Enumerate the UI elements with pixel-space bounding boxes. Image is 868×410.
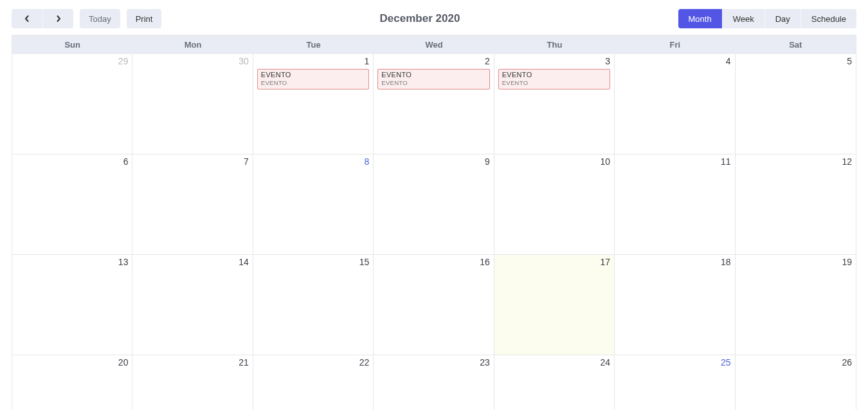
week-row: 13141516171819 bbox=[12, 255, 856, 355]
view-schedule[interactable]: Schedule bbox=[800, 9, 856, 28]
day-number: 2 bbox=[377, 56, 489, 66]
day-cell[interactable]: 15 bbox=[253, 255, 374, 355]
day-number: 20 bbox=[16, 357, 128, 368]
weeks-container: 29301EVENTOEVENTO2EVENTOEVENTO3EVENTOEVE… bbox=[12, 54, 856, 410]
event-subtitle: EVENTO bbox=[261, 79, 365, 86]
day-number: 18 bbox=[619, 257, 730, 267]
day-cell[interactable]: 30 bbox=[132, 54, 253, 154]
day-cell[interactable]: 3EVENTOEVENTO bbox=[494, 54, 615, 154]
calendar: SunMonTueWedThuFriSat 29301EVENTOEVENTO2… bbox=[12, 35, 856, 410]
day-number: 13 bbox=[16, 257, 128, 267]
view-day[interactable]: Day bbox=[764, 9, 800, 28]
day-cell[interactable]: 6 bbox=[12, 154, 132, 254]
day-cell[interactable]: 24 bbox=[494, 355, 615, 410]
weekday-label: Wed bbox=[374, 35, 494, 54]
day-cell[interactable]: 22 bbox=[253, 355, 374, 410]
day-number: 15 bbox=[257, 257, 369, 267]
day-number: 17 bbox=[498, 257, 610, 267]
event-chip[interactable]: EVENTOEVENTO bbox=[498, 69, 610, 89]
weekday-label: Tue bbox=[253, 35, 374, 54]
weekday-label: Fri bbox=[615, 35, 735, 54]
day-cell[interactable]: 8 bbox=[253, 154, 374, 254]
day-number: 29 bbox=[16, 56, 128, 66]
view-month[interactable]: Month bbox=[678, 9, 722, 28]
day-number: 26 bbox=[739, 357, 852, 368]
day-cell[interactable]: 26 bbox=[736, 355, 856, 410]
day-cell[interactable]: 11 bbox=[615, 154, 735, 254]
event-subtitle: EVENTO bbox=[381, 79, 485, 86]
day-cell[interactable]: 19 bbox=[736, 255, 856, 355]
day-cell[interactable]: 29 bbox=[12, 54, 132, 154]
prev-button[interactable] bbox=[12, 9, 42, 28]
day-cell[interactable]: 5 bbox=[736, 54, 856, 154]
event-title: EVENTO bbox=[261, 71, 365, 79]
day-number: 3 bbox=[498, 56, 610, 66]
calendar-title: December 2020 bbox=[168, 12, 671, 25]
day-cell[interactable]: 14 bbox=[132, 255, 253, 355]
day-cell[interactable]: 21 bbox=[132, 355, 253, 410]
day-cell[interactable]: 4 bbox=[615, 54, 735, 154]
day-cell[interactable]: 2EVENTOEVENTO bbox=[374, 54, 494, 154]
week-row: 6789101112 bbox=[12, 154, 856, 255]
day-cell[interactable]: 13 bbox=[12, 255, 132, 355]
day-cell[interactable]: 23 bbox=[374, 355, 494, 410]
nav-group bbox=[12, 9, 73, 28]
next-button[interactable] bbox=[42, 9, 73, 28]
today-button[interactable]: Today bbox=[80, 9, 120, 28]
chevron-left-icon bbox=[24, 15, 30, 22]
weekday-header: SunMonTueWedThuFriSat bbox=[12, 35, 856, 54]
day-cell[interactable]: 16 bbox=[374, 255, 494, 355]
day-number: 12 bbox=[739, 156, 852, 167]
print-button[interactable]: Print bbox=[127, 9, 162, 28]
view-week[interactable]: Week bbox=[722, 9, 764, 28]
day-number: 25 bbox=[619, 357, 730, 368]
weekday-label: Sun bbox=[12, 35, 132, 54]
day-number: 10 bbox=[498, 156, 610, 167]
day-number: 5 bbox=[739, 56, 852, 66]
day-cell[interactable]: 18 bbox=[615, 255, 735, 355]
toolbar: Today Print December 2020 MonthWeekDaySc… bbox=[0, 0, 868, 35]
weekday-label: Mon bbox=[132, 35, 253, 54]
week-row: 29301EVENTOEVENTO2EVENTOEVENTO3EVENTOEVE… bbox=[12, 54, 856, 154]
day-cell[interactable]: 9 bbox=[374, 154, 494, 254]
week-row: 20212223242526 bbox=[12, 355, 856, 410]
day-number: 24 bbox=[498, 357, 610, 368]
day-number: 1 bbox=[257, 56, 369, 66]
day-number: 9 bbox=[377, 156, 489, 167]
chevron-right-icon bbox=[55, 15, 62, 22]
day-number: 30 bbox=[136, 56, 248, 66]
day-number: 4 bbox=[619, 56, 730, 66]
event-chip[interactable]: EVENTOEVENTO bbox=[257, 69, 369, 89]
view-group: MonthWeekDaySchedule bbox=[678, 9, 856, 28]
day-cell[interactable]: 17 bbox=[494, 255, 615, 355]
day-cell[interactable]: 25 bbox=[615, 355, 735, 410]
day-number: 22 bbox=[257, 357, 369, 368]
day-cell[interactable]: 7 bbox=[132, 154, 253, 254]
event-title: EVENTO bbox=[381, 71, 485, 79]
day-number: 7 bbox=[136, 156, 248, 167]
weekday-label: Thu bbox=[494, 35, 615, 54]
day-number: 6 bbox=[16, 156, 128, 167]
day-number: 19 bbox=[739, 257, 852, 267]
day-number: 21 bbox=[136, 357, 248, 368]
day-number: 16 bbox=[377, 257, 489, 267]
day-cell[interactable]: 1EVENTOEVENTO bbox=[253, 54, 374, 154]
day-number: 14 bbox=[136, 257, 248, 267]
event-chip[interactable]: EVENTOEVENTO bbox=[377, 69, 489, 89]
day-cell[interactable]: 20 bbox=[12, 355, 132, 410]
day-number: 23 bbox=[377, 357, 489, 368]
event-subtitle: EVENTO bbox=[502, 79, 606, 86]
day-cell[interactable]: 10 bbox=[494, 154, 615, 254]
day-number: 11 bbox=[619, 156, 730, 167]
event-title: EVENTO bbox=[502, 71, 606, 79]
day-cell[interactable]: 12 bbox=[736, 154, 856, 254]
day-number: 8 bbox=[257, 156, 369, 167]
weekday-label: Sat bbox=[736, 35, 856, 54]
